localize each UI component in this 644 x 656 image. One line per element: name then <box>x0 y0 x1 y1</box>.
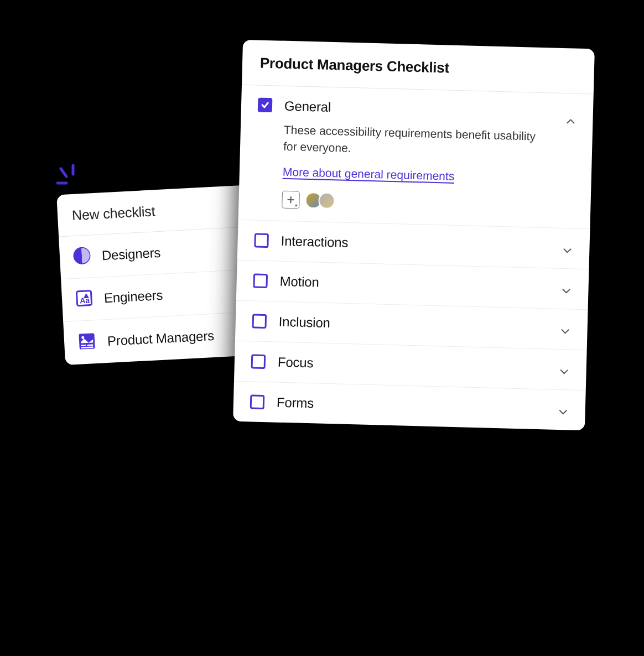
role-label: Designers <box>101 245 161 264</box>
section-title: Focus <box>278 355 314 371</box>
chevron-down-icon <box>562 245 573 259</box>
section-title: Interactions <box>281 233 348 251</box>
decorative-sparkle <box>56 164 84 192</box>
section-description: These accessibility requirements benefit… <box>283 122 538 162</box>
checklist-title: Product Managers Checklist <box>260 55 577 80</box>
section-toggle-general[interactable]: General These accessibility requirements… <box>238 85 594 228</box>
section-title: Motion <box>279 274 319 290</box>
new-checklist-title: New checklist <box>71 199 240 223</box>
checklist-card: Product Managers Checklist General These… <box>233 40 595 430</box>
checkbox-motion[interactable] <box>253 273 268 288</box>
role-label: Product Managers <box>107 328 214 349</box>
chevron-down-icon <box>559 326 571 340</box>
svg-rect-9 <box>81 345 86 346</box>
layout-icon <box>77 331 97 353</box>
svg-text:Aa: Aa <box>80 296 90 305</box>
section-title: General <box>284 98 576 122</box>
add-collaborator-button[interactable] <box>282 191 300 209</box>
typography-icon: Aa <box>75 289 94 310</box>
chevron-down-icon <box>560 285 572 299</box>
chevron-down-icon <box>557 407 569 420</box>
collaborator-row <box>282 191 573 216</box>
checkbox-general[interactable] <box>258 98 273 113</box>
section-general: General These accessibility requirements… <box>238 85 594 229</box>
contrast-icon <box>72 246 91 267</box>
section-title: Forms <box>277 394 314 411</box>
chevron-up-icon <box>565 116 577 129</box>
role-label: Engineers <box>103 288 163 306</box>
section-title: Inclusion <box>278 314 330 331</box>
section-toggle-forms[interactable]: Forms <box>233 381 586 430</box>
new-checklist-card: New checklist Designers Aa Engineers <box>56 185 262 365</box>
section-link-general[interactable]: More about general requirements <box>283 165 455 183</box>
section-forms: Forms <box>233 381 586 430</box>
avatar[interactable] <box>318 192 335 209</box>
chevron-down-icon <box>558 366 570 380</box>
checkbox-interactions[interactable] <box>254 233 269 248</box>
checkbox-forms[interactable] <box>250 394 265 409</box>
avatars <box>305 192 335 209</box>
svg-line-0 <box>61 169 66 176</box>
checkbox-focus[interactable] <box>251 354 266 369</box>
checkbox-inclusion[interactable] <box>252 314 267 329</box>
